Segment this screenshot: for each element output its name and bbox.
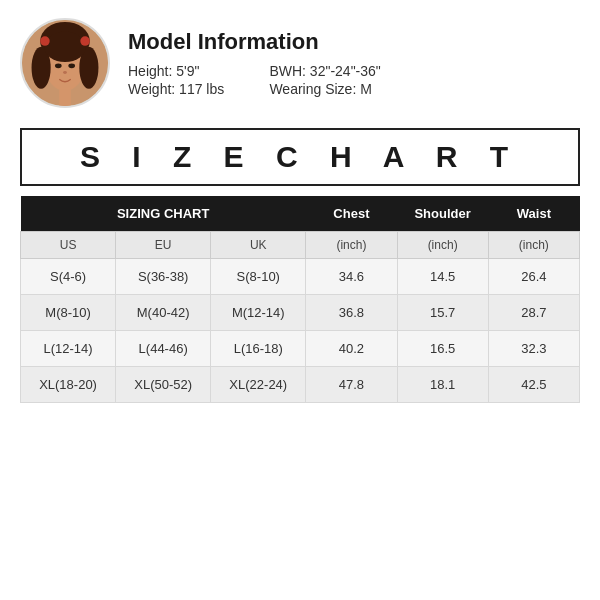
size-chart-title: S I Z E C H A R T xyxy=(80,140,520,173)
cell-uk: XL(22-24) xyxy=(211,367,306,403)
cell-eu: L(44-46) xyxy=(116,331,211,367)
svg-point-8 xyxy=(55,63,62,68)
model-height: Height: 5'9" xyxy=(128,63,239,79)
cell-us: M(8-10) xyxy=(21,295,116,331)
weight-label: Weight: xyxy=(128,81,175,97)
model-info-title: Model Information xyxy=(128,29,381,55)
sizing-table: SIZING CHART Chest Shoulder Waist US EU … xyxy=(20,196,580,403)
unit-waist: (inch) xyxy=(488,232,579,259)
cell-waist: 42.5 xyxy=(488,367,579,403)
page-wrapper: Model Information Height: 5'9" BWH: 32"-… xyxy=(0,0,600,600)
cell-chest: 40.2 xyxy=(306,331,397,367)
svg-point-5 xyxy=(44,31,86,62)
wearing-value: M xyxy=(360,81,372,97)
cell-shoulder: 14.5 xyxy=(397,259,488,295)
weight-value: 117 lbs xyxy=(179,81,224,97)
table-header-chest: Chest xyxy=(306,196,397,232)
table-row: L(12-14)L(44-46)L(16-18)40.216.532.3 xyxy=(21,331,580,367)
table-row: XL(18-20)XL(50-52)XL(22-24)47.818.142.5 xyxy=(21,367,580,403)
col-us-label: US xyxy=(21,232,116,259)
cell-chest: 36.8 xyxy=(306,295,397,331)
model-avatar xyxy=(20,18,110,108)
cell-shoulder: 15.7 xyxy=(397,295,488,331)
table-row: S(4-6)S(36-38)S(8-10)34.614.526.4 xyxy=(21,259,580,295)
model-info-section: Model Information Height: 5'9" BWH: 32"-… xyxy=(20,18,580,118)
cell-us: XL(18-20) xyxy=(21,367,116,403)
cell-us: S(4-6) xyxy=(21,259,116,295)
cell-shoulder: 18.1 xyxy=(397,367,488,403)
height-label: Height: xyxy=(128,63,172,79)
model-details: Model Information Height: 5'9" BWH: 32"-… xyxy=(128,29,381,97)
size-chart-title-box: S I Z E C H A R T xyxy=(20,128,580,186)
cell-eu: XL(50-52) xyxy=(116,367,211,403)
cell-eu: M(40-42) xyxy=(116,295,211,331)
cell-waist: 32.3 xyxy=(488,331,579,367)
unit-chest: (inch) xyxy=(306,232,397,259)
cell-chest: 47.8 xyxy=(306,367,397,403)
wearing-label: Wearing Size: xyxy=(269,81,356,97)
col-eu-label: EU xyxy=(116,232,211,259)
table-header-waist: Waist xyxy=(488,196,579,232)
cell-waist: 28.7 xyxy=(488,295,579,331)
height-value: 5'9" xyxy=(176,63,199,79)
col-uk-label: UK xyxy=(211,232,306,259)
cell-us: L(12-14) xyxy=(21,331,116,367)
svg-point-7 xyxy=(80,36,90,46)
cell-uk: M(12-14) xyxy=(211,295,306,331)
table-header-sizing-chart: SIZING CHART xyxy=(21,196,306,232)
model-weight: Weight: 117 lbs xyxy=(128,81,239,97)
svg-point-9 xyxy=(68,63,75,68)
svg-point-10 xyxy=(63,71,67,74)
cell-chest: 34.6 xyxy=(306,259,397,295)
bwh-value: 32"-24"-36" xyxy=(310,63,381,79)
model-bwh: BWH: 32"-24"-36" xyxy=(269,63,380,79)
cell-waist: 26.4 xyxy=(488,259,579,295)
model-wearing-size: Wearing Size: M xyxy=(269,81,380,97)
unit-shoulder: (inch) xyxy=(397,232,488,259)
cell-uk: L(16-18) xyxy=(211,331,306,367)
model-stats-grid: Height: 5'9" BWH: 32"-24"-36" Weight: 11… xyxy=(128,63,381,97)
table-header-shoulder: Shoulder xyxy=(397,196,488,232)
cell-uk: S(8-10) xyxy=(211,259,306,295)
bwh-label: BWH: xyxy=(269,63,306,79)
svg-rect-11 xyxy=(59,89,70,106)
svg-point-6 xyxy=(40,36,50,46)
table-row: M(8-10)M(40-42)M(12-14)36.815.728.7 xyxy=(21,295,580,331)
cell-shoulder: 16.5 xyxy=(397,331,488,367)
cell-eu: S(36-38) xyxy=(116,259,211,295)
